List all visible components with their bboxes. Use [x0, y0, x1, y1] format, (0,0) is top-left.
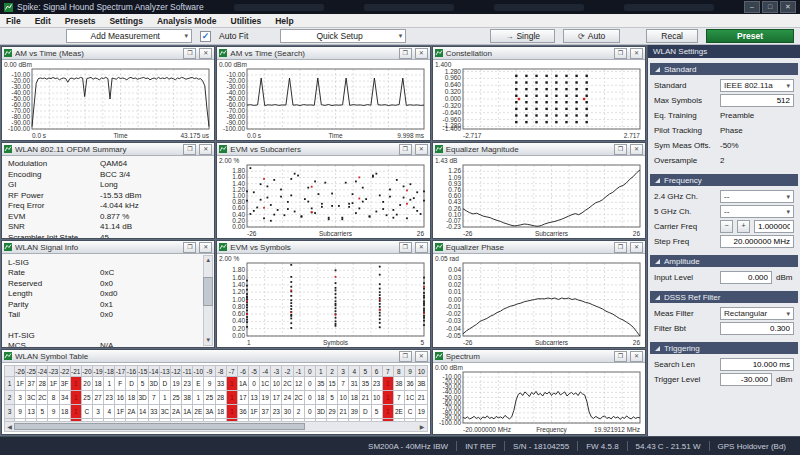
symbol-table-hscrollbar[interactable]: ◀ ▶ [4, 421, 428, 432]
menu-bar: File Edit Presets Settings Analysis Mode… [0, 14, 800, 28]
panel-close-icon[interactable]: ✕ [630, 351, 643, 362]
svg-text:26: 26 [632, 339, 640, 346]
panel-close-icon[interactable]: ✕ [199, 144, 212, 155]
section-header[interactable]: Standard [650, 63, 798, 75]
section-header[interactable]: Triggering [650, 342, 798, 354]
unit-label: dBm [776, 375, 794, 384]
symbol-cell: 23 [271, 405, 282, 419]
summary-value: Long [100, 180, 118, 191]
section-rows: Input LeveldBm [648, 267, 800, 286]
ch-5ghz-select[interactable]: --▾ [720, 205, 794, 218]
carrier-freq-input[interactable] [754, 220, 794, 233]
menu-file[interactable]: File [6, 16, 21, 26]
meas-filter-select[interactable]: Rectangular▾ [720, 307, 794, 320]
menu-help[interactable]: Help [275, 16, 293, 26]
panel-popout-icon[interactable]: ❐ [399, 48, 412, 59]
menu-edit[interactable]: Edit [35, 16, 51, 26]
single-button[interactable]: → Single [490, 29, 555, 43]
panel-close-icon[interactable]: ✕ [199, 48, 212, 59]
am-vs-time-meas-chart[interactable]: 0.00 dBm-10.00-20.00-30.00-40.00-50.00-6… [2, 60, 214, 140]
panel-popout-icon[interactable]: ❐ [399, 242, 412, 253]
trigger-level-input[interactable] [720, 373, 772, 386]
panel-close-icon[interactable]: ✕ [630, 144, 643, 155]
quick-setup-dropdown[interactable]: Quick Setup ▾ [280, 29, 406, 43]
minimize-button[interactable]: – [744, 1, 760, 13]
symbol-cell: 28 [215, 391, 226, 405]
panel-popout-icon[interactable]: ❐ [614, 144, 627, 155]
symbol-cell: 19 [170, 377, 181, 391]
carrier-freq-decrement-button[interactable]: − [720, 220, 733, 233]
signal-info-scrollbar[interactable]: ▲ ▼ [203, 255, 213, 346]
section-header[interactable]: Amplitude [650, 255, 798, 267]
panel-popout-icon[interactable]: ❐ [183, 48, 196, 59]
menu-utilities[interactable]: Utilities [231, 16, 262, 26]
symbol-cell: 25 [204, 391, 215, 405]
step-freq-input[interactable] [720, 235, 794, 248]
search-len-input[interactable] [720, 358, 794, 371]
scroll-right-icon[interactable]: ▶ [418, 423, 427, 430]
panel-popout-icon[interactable]: ❐ [614, 48, 627, 59]
summary-label: Freq Error [8, 201, 100, 212]
section-rows: StandardIEEE 802.11a▾Max SymbolsEq. Trai… [648, 75, 800, 169]
am-vs-time-search-chart[interactable]: 0.00 dBm-10.00-20.00-30.00-40.00-50.00-6… [217, 60, 429, 140]
hscroll-thumb[interactable] [14, 423, 305, 430]
panel-close-icon[interactable]: ✕ [199, 242, 212, 253]
panel-popout-icon[interactable]: ❐ [183, 242, 196, 253]
panel-popout-icon[interactable]: ❐ [183, 144, 196, 155]
panel-close-icon[interactable]: ✕ [415, 242, 428, 253]
settings-row: Pilot TrackingPhase [654, 123, 794, 138]
summary-value: 45 [100, 233, 109, 239]
section-header[interactable]: Frequency [650, 174, 798, 186]
panel-close-icon[interactable]: ✕ [415, 144, 428, 155]
input-level-input[interactable] [720, 271, 772, 284]
scroll-left-icon[interactable]: ◀ [5, 423, 14, 430]
pilot-cell: 1 [382, 405, 393, 419]
symbol-cell: 18 [126, 391, 137, 405]
ch-24ghz-select[interactable]: --▾ [720, 190, 794, 203]
symbol-cell: 1F [248, 405, 259, 419]
evm-vs-subcarriers-chart[interactable]: 2.00 %1.801.601.401.201.000.800.600.400.… [217, 156, 429, 238]
add-measurement-dropdown[interactable]: Add Measurement ▾ [66, 29, 192, 43]
panel-popout-icon[interactable]: ❐ [399, 144, 412, 155]
max-symbols-input[interactable] [720, 94, 794, 107]
panel-popout-icon[interactable]: ❐ [614, 351, 627, 362]
symbol-cell: 7 [393, 391, 404, 405]
maximize-button[interactable]: □ [762, 1, 778, 13]
spectrum-chart[interactable]: 0.00 dBm-10.00-20.00-30.00-40.00-50.00-6… [433, 363, 645, 434]
section-header[interactable]: DSSS Ref Filter [650, 291, 798, 303]
pilot-tracking-label: Pilot Tracking [654, 126, 716, 135]
recal-button[interactable]: Recal [646, 29, 698, 43]
menu-settings[interactable]: Settings [109, 16, 143, 26]
menu-analysis-mode[interactable]: Analysis Mode [157, 16, 217, 26]
pilot-cell: 0 [226, 419, 237, 422]
preset-button[interactable]: Preset [706, 29, 794, 43]
panel-popout-icon[interactable]: ❐ [614, 242, 627, 253]
panel-close-icon[interactable]: ✕ [630, 48, 643, 59]
measurement-icon [4, 145, 12, 153]
equalizer-magnitude-chart[interactable]: 1.43 dB1.261.090.930.760.600.430.260.10-… [433, 156, 645, 238]
panel-close-icon[interactable]: ✕ [415, 351, 428, 362]
collapse-triangle-icon [655, 346, 660, 351]
panel-close-icon[interactable]: ✕ [415, 48, 428, 59]
menu-presets[interactable]: Presets [65, 16, 96, 26]
panel-popout-icon[interactable]: ❐ [399, 351, 412, 362]
auto-fit-checkbox[interactable]: ✓ [200, 31, 211, 42]
background-windows [234, 4, 714, 11]
scroll-down-icon[interactable]: ▼ [205, 336, 211, 345]
standard-select[interactable]: IEEE 802.11a▾ [720, 79, 794, 92]
carrier-freq-increment-button[interactable]: + [737, 220, 750, 233]
auto-button[interactable]: ⟳ Auto [563, 29, 620, 43]
symbol-cell: 21 [416, 391, 428, 405]
summary-label: SNR [8, 222, 100, 233]
scroll-up-icon[interactable]: ▲ [205, 256, 211, 265]
filter-bbt-input[interactable] [720, 322, 794, 335]
panel-close-icon[interactable]: ✕ [630, 242, 643, 253]
equalizer-phase-chart[interactable]: 0.05 rad0.040.030.020.010.00-0.01-0.02-0… [433, 254, 645, 347]
settings-row: Carrier Freq−+ [654, 219, 794, 234]
evm-vs-symbols-chart[interactable]: 2.00 %1.801.601.401.201.000.800.600.400.… [217, 254, 429, 347]
symbol-cell: 3A [204, 405, 215, 419]
constellation-chart[interactable]: 1.4001.2800.9600.6400.3200.000-0.320-0.6… [433, 60, 645, 140]
close-button[interactable]: ✕ [780, 1, 796, 13]
measurement-icon [435, 49, 443, 57]
symbol-cell: 2E [393, 405, 404, 419]
